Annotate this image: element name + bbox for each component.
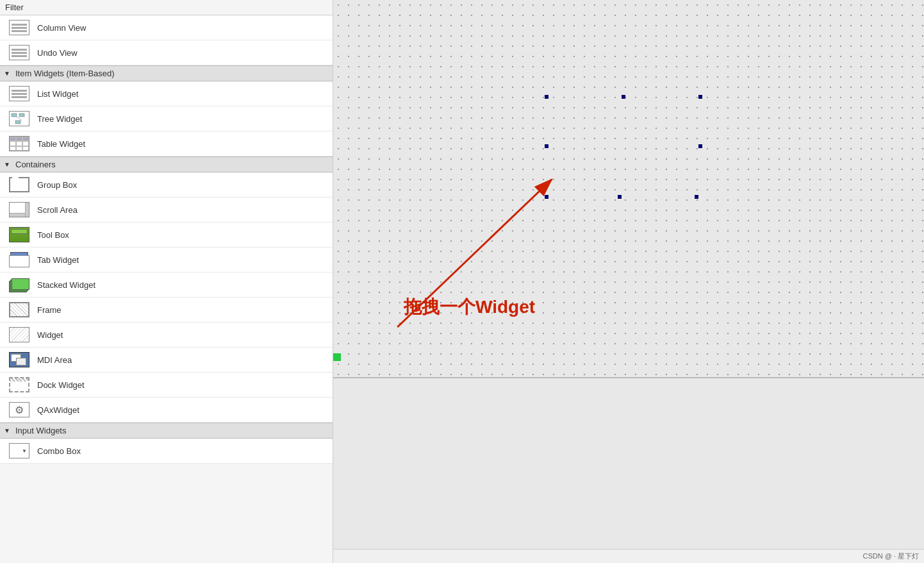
list-item[interactable]: MDI Area — [0, 348, 333, 373]
widget-item-label: Frame — [37, 305, 62, 315]
category-label: Input Widgets — [15, 426, 67, 435]
list-item[interactable]: Scroll Area — [0, 197, 333, 223]
widget-item-label: Scroll Area — [37, 205, 78, 215]
status-bar-right: CSDN @ · 星下灯 — [862, 551, 919, 561]
selection-handle — [698, 144, 702, 148]
svg-line-3 — [17, 117, 22, 121]
widget-item-label: List Widget — [37, 89, 78, 99]
right-panel: 拖拽一个Widget CSDN @ · 星下灯 — [333, 0, 924, 563]
combo-box-icon: ▼ — [8, 442, 31, 460]
selection-handle — [698, 95, 702, 99]
green-indicator — [333, 353, 341, 361]
status-bar: CSDN @ · 星下灯 — [333, 549, 924, 563]
list-item[interactable]: Tool Box — [0, 223, 333, 248]
widget-item-label: Table Widget — [37, 139, 85, 149]
widget-item-label: MDI Area — [37, 355, 72, 365]
selection-handle — [695, 195, 698, 199]
widget-item-label: Undo View — [37, 48, 78, 58]
mdi-area-icon — [8, 351, 31, 369]
list-item[interactable]: Dock Widget — [0, 373, 333, 398]
category-containers[interactable]: ▼ Containers — [0, 156, 333, 172]
canvas-area[interactable]: 拖拽一个Widget — [333, 0, 924, 378]
dock-widget-icon — [8, 376, 31, 394]
gear-icon: ⚙ — [15, 404, 24, 416]
list-item[interactable]: List Widget — [0, 81, 333, 106]
drag-hint-label: 拖拽一个Widget — [404, 295, 535, 319]
collapse-arrow: ▼ — [4, 70, 12, 77]
selection-handle — [622, 95, 625, 99]
widget-item-label: Tree Widget — [37, 114, 82, 124]
list-item[interactable]: Undo View — [0, 40, 333, 65]
widget-item-label: Tool Box — [37, 230, 69, 240]
category-input-widgets[interactable]: ▼ Input Widgets — [0, 423, 333, 439]
selection-handle — [545, 195, 549, 199]
list-item[interactable]: Widget — [0, 323, 333, 348]
widget-icon — [8, 326, 31, 344]
undo-view-icon — [8, 44, 31, 62]
scroll-area-icon — [8, 201, 31, 219]
category-item-widgets[interactable]: ▼ Item Widgets (Item-Based) — [0, 65, 333, 81]
svg-rect-0 — [12, 113, 17, 117]
widget-list[interactable]: Column View Undo View ▼ Item Widgets (It… — [0, 15, 333, 563]
selection-handle — [618, 195, 622, 199]
left-panel: Filter Column View Undo V — [0, 0, 333, 563]
collapse-arrow: ▼ — [4, 427, 12, 434]
list-item[interactable]: ⚙ QAxWidget — [0, 398, 333, 423]
list-item[interactable]: Frame — [0, 298, 333, 323]
group-box-icon — [8, 176, 31, 194]
list-item[interactable]: Tree Widget — [0, 106, 333, 131]
list-item[interactable]: Column View — [0, 15, 333, 40]
svg-rect-2 — [15, 121, 21, 124]
column-view-icon — [8, 19, 31, 37]
drag-arrow — [333, 0, 924, 378]
qax-widget-icon: ⚙ — [8, 401, 31, 419]
tab-widget-icon — [8, 251, 31, 269]
list-item[interactable]: Tab Widget — [0, 248, 333, 273]
selection-handle — [545, 95, 549, 99]
list-item[interactable]: Table Widget — [0, 131, 333, 156]
widget-item-label: Column View — [37, 23, 86, 33]
list-item[interactable]: ▼ Combo Box — [0, 439, 333, 464]
widget-item-label: Widget — [37, 330, 63, 340]
selection-handle — [545, 144, 549, 148]
stacked-widget-icon — [8, 276, 31, 294]
list-item[interactable]: Stacked Widget — [0, 273, 333, 298]
svg-rect-1 — [19, 113, 24, 117]
widget-item-label: QAxWidget — [37, 405, 79, 415]
frame-icon — [8, 301, 31, 319]
widget-item-label: Tab Widget — [37, 255, 79, 265]
widget-item-label: Stacked Widget — [37, 280, 95, 290]
tree-widget-icon — [8, 110, 31, 128]
table-widget-icon — [8, 135, 31, 153]
category-label: Item Widgets (Item-Based) — [15, 69, 115, 78]
widget-item-label: Dock Widget — [37, 380, 85, 390]
filter-bar: Filter — [0, 0, 333, 15]
category-label: Containers — [15, 160, 56, 169]
list-item[interactable]: Group Box — [0, 172, 333, 197]
filter-label: Filter — [5, 3, 24, 12]
widget-item-label: Group Box — [37, 180, 77, 190]
list-widget-icon — [8, 85, 31, 103]
collapse-arrow: ▼ — [4, 161, 12, 168]
widget-item-label: Combo Box — [37, 446, 81, 456]
tool-box-icon — [8, 226, 31, 244]
